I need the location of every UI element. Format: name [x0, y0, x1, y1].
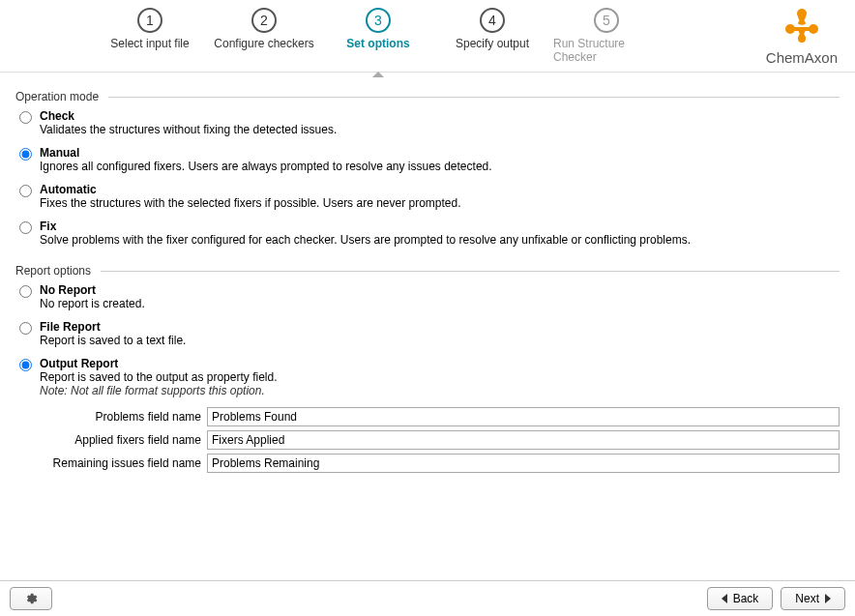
radio-file-report[interactable]: File Report Report is saved to a text fi… — [19, 320, 840, 347]
radio-no-report[interactable]: No Report No report is created. — [19, 283, 840, 310]
wizard-steps: 1 Select input file 2 Configure checkers… — [97, 8, 660, 64]
radio-desc: Validates the structures without fixing … — [40, 123, 337, 136]
step-number: 4 — [480, 8, 505, 33]
arrow-left-icon — [722, 594, 727, 603]
radio-desc: Report is saved to a text file. — [40, 334, 186, 347]
radio-fix-input[interactable] — [19, 221, 32, 234]
applied-fixers-field-input[interactable] — [207, 430, 840, 450]
radio-file-report-input[interactable] — [19, 322, 32, 335]
step-label: Set options — [346, 37, 409, 50]
field-label: Applied fixers field name — [15, 433, 207, 447]
radio-output-report-input[interactable] — [19, 359, 32, 371]
radio-fix[interactable]: Fix Solve problems with the fixer config… — [19, 220, 840, 247]
field-label: Problems field name — [15, 410, 207, 424]
step-number: 5 — [594, 8, 619, 33]
radio-no-report-input[interactable] — [19, 285, 32, 298]
field-label: Remaining issues field name — [15, 456, 207, 470]
radio-manual[interactable]: Manual Ignores all configured fixers. Us… — [19, 146, 840, 173]
button-label: Next — [795, 592, 819, 605]
wizard-header: 1 Select input file 2 Configure checkers… — [0, 0, 855, 73]
step-5[interactable]: 5 Run Structure Checker — [553, 8, 660, 64]
gear-icon — [24, 592, 38, 605]
divider — [108, 97, 840, 98]
brand-name: ChemAxon — [766, 49, 838, 66]
problems-field-input[interactable] — [207, 407, 840, 426]
radio-title: File Report — [40, 320, 186, 334]
step-label: Specify output — [456, 37, 529, 50]
radio-title: Manual — [40, 146, 492, 160]
step-4[interactable]: 4 Specify output — [439, 8, 545, 64]
radio-note: Note: Not all file format supports this … — [40, 384, 277, 397]
section-report-options: Report options — [15, 264, 840, 278]
section-label: Operation mode — [15, 90, 99, 103]
radio-desc: Report is saved to the output as propert… — [40, 370, 277, 384]
radio-desc: Ignores all configured fixers. Users are… — [40, 160, 492, 173]
step-number: 2 — [251, 8, 277, 33]
remaining-issues-field-input[interactable] — [207, 454, 840, 473]
radio-check[interactable]: Check Validates the structures without f… — [19, 109, 840, 136]
step-number: 1 — [137, 8, 162, 33]
button-label: Back — [733, 592, 759, 605]
radio-title: Check — [40, 109, 337, 123]
radio-title: Fix — [40, 220, 691, 233]
step-3[interactable]: 3 Set options — [325, 8, 431, 64]
section-operation-mode: Operation mode — [15, 90, 840, 103]
radio-check-input[interactable] — [19, 111, 32, 124]
field-applied-fixers: Applied fixers field name — [15, 430, 840, 450]
field-problems: Problems field name — [15, 407, 840, 426]
next-button[interactable]: Next — [781, 587, 845, 610]
step-1[interactable]: 1 Select input file — [97, 8, 203, 64]
radio-desc: No report is created. — [40, 297, 145, 310]
back-button[interactable]: Back — [707, 587, 774, 610]
step-label: Configure checkers — [214, 37, 313, 50]
radio-automatic[interactable]: Automatic Fixes the structures with the … — [19, 183, 840, 210]
brand: ChemAxon — [766, 6, 838, 66]
step-number: 3 — [366, 8, 391, 33]
nav-buttons: Back Next — [707, 587, 845, 610]
step-2[interactable]: 2 Configure checkers — [211, 8, 317, 64]
radio-desc: Solve problems with the fixer configured… — [40, 233, 691, 247]
footer: Back Next — [0, 580, 855, 616]
radio-desc: Fixes the structures with the selected f… — [40, 196, 461, 210]
divider — [101, 271, 840, 272]
radio-manual-input[interactable] — [19, 148, 32, 161]
radio-title: Output Report — [40, 357, 277, 370]
field-remaining-issues: Remaining issues field name — [15, 454, 840, 473]
step-label: Run Structure Checker — [553, 37, 660, 64]
radio-output-report[interactable]: Output Report Report is saved to the out… — [19, 357, 840, 397]
content-area: Operation mode Check Validates the struc… — [0, 73, 855, 486]
section-label: Report options — [15, 264, 91, 278]
chemaxon-logo-icon — [781, 6, 823, 44]
output-report-fields: Problems field name Applied fixers field… — [15, 407, 840, 473]
radio-title: No Report — [40, 283, 145, 297]
radio-title: Automatic — [40, 183, 461, 196]
arrow-right-icon — [825, 594, 831, 603]
settings-button[interactable] — [10, 587, 52, 610]
radio-automatic-input[interactable] — [19, 185, 32, 197]
step-label: Select input file — [110, 37, 189, 50]
